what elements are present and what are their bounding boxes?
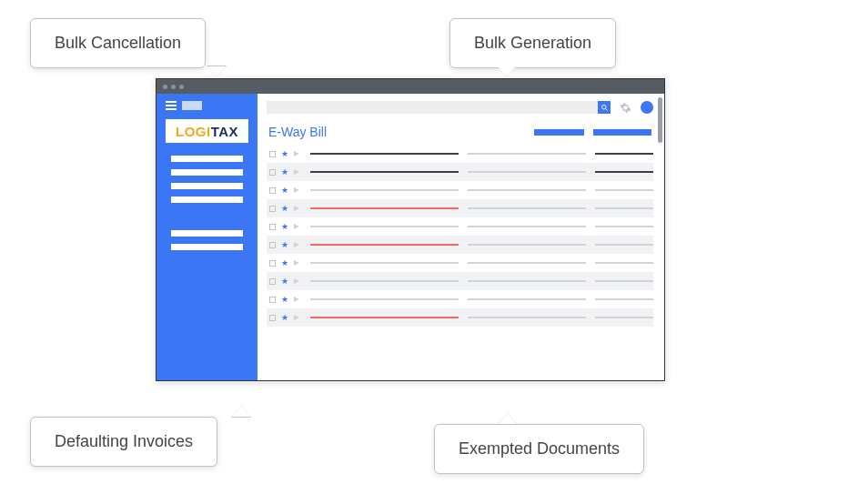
window-titlebar <box>156 79 664 94</box>
row-line-end <box>595 298 653 300</box>
row-line-main <box>310 207 459 209</box>
scrollbar-thumb[interactable] <box>658 97 662 143</box>
window-control-dot[interactable] <box>171 85 176 89</box>
row-checkbox[interactable] <box>269 224 276 230</box>
page-title: E-Way Bill <box>268 125 327 139</box>
svg-marker-4 <box>294 187 299 193</box>
arrow-icon <box>294 151 303 156</box>
svg-marker-8 <box>294 260 299 266</box>
row-checkbox[interactable] <box>269 260 276 267</box>
table-row[interactable]: ★ <box>267 199 653 217</box>
star-icon[interactable]: ★ <box>281 222 288 231</box>
star-icon[interactable]: ★ <box>281 204 288 213</box>
star-icon[interactable]: ★ <box>281 186 288 195</box>
row-line-sub <box>468 317 586 318</box>
row-checkbox[interactable] <box>269 206 276 212</box>
arrow-icon <box>294 224 303 229</box>
row-line-main <box>310 153 459 155</box>
table-row[interactable]: ★ <box>267 181 653 199</box>
callout-bulk-cancellation: Bulk Cancellation <box>30 18 206 68</box>
star-icon[interactable]: ★ <box>281 313 288 322</box>
sidebar-nav-item[interactable] <box>171 169 243 176</box>
row-line-main <box>310 262 459 264</box>
row-line-end <box>595 262 653 264</box>
main-content: E-Way Bill ★★★★★★★★★★ <box>257 94 664 380</box>
callout-bulk-generation: Bulk Generation <box>449 18 616 68</box>
callout-label: Exempted Documents <box>459 439 620 458</box>
row-checkbox[interactable] <box>269 169 276 176</box>
sidebar-nav-item[interactable] <box>171 156 243 162</box>
arrow-icon <box>294 187 303 193</box>
row-line-end <box>595 226 653 227</box>
row-checkbox[interactable] <box>269 151 276 157</box>
row-line-end <box>595 171 653 173</box>
app-window: LOGITAX <box>156 78 665 381</box>
star-icon[interactable]: ★ <box>281 295 288 304</box>
row-line-sub <box>468 189 586 191</box>
arrow-icon <box>294 315 303 320</box>
row-line-main <box>310 226 459 227</box>
row-line-end <box>595 317 653 318</box>
action-bar-1[interactable] <box>534 129 584 136</box>
avatar-icon[interactable] <box>641 101 653 114</box>
callout-label: Defaulting Invoices <box>55 432 193 450</box>
sidebar-nav-item[interactable] <box>171 183 243 189</box>
table-row[interactable]: ★ <box>267 290 653 308</box>
star-icon[interactable]: ★ <box>281 277 288 286</box>
row-line-main <box>310 317 459 318</box>
arrow-icon <box>294 169 303 175</box>
table-row[interactable]: ★ <box>267 145 653 163</box>
gear-icon[interactable] <box>620 102 631 114</box>
sidebar-nav-item[interactable] <box>171 197 243 203</box>
star-icon[interactable]: ★ <box>281 258 288 267</box>
star-icon[interactable]: ★ <box>281 167 288 176</box>
star-icon[interactable]: ★ <box>281 240 288 249</box>
callout-exempted-documents: Exempted Documents <box>434 424 644 474</box>
arrow-icon <box>294 206 303 211</box>
row-line-sub <box>468 171 586 173</box>
action-bar-2[interactable] <box>593 129 651 136</box>
sidebar-nav-item[interactable] <box>171 244 243 250</box>
row-line-sub <box>468 280 586 282</box>
row-line-main <box>310 298 459 300</box>
table-row[interactable]: ★ <box>267 217 653 236</box>
row-line-sub <box>468 298 586 300</box>
row-line-main <box>310 280 459 282</box>
row-line-end <box>595 153 653 155</box>
window-control-dot[interactable] <box>163 85 167 89</box>
table-row[interactable]: ★ <box>267 308 653 327</box>
svg-marker-7 <box>294 242 299 247</box>
window-control-dot[interactable] <box>179 85 184 89</box>
row-checkbox[interactable] <box>269 242 276 248</box>
table-row[interactable]: ★ <box>267 236 653 254</box>
callout-label: Bulk Cancellation <box>55 34 181 52</box>
row-line-end <box>595 280 653 282</box>
row-checkbox[interactable] <box>269 187 276 194</box>
sidebar-tag <box>182 101 202 110</box>
search-icon <box>601 104 609 112</box>
svg-point-0 <box>601 105 606 109</box>
row-line-sub <box>468 207 586 209</box>
row-line-sub <box>468 226 586 227</box>
row-line-main <box>310 244 459 246</box>
table-row[interactable]: ★ <box>267 254 653 272</box>
svg-marker-3 <box>294 169 299 175</box>
row-line-end <box>595 189 653 191</box>
sidebar-nav-item[interactable] <box>171 230 243 237</box>
table-row[interactable]: ★ <box>267 163 653 181</box>
row-checkbox[interactable] <box>269 297 276 303</box>
row-line-sub <box>468 153 586 155</box>
row-checkbox[interactable] <box>269 278 276 285</box>
svg-marker-2 <box>294 151 299 156</box>
search-input[interactable] <box>267 101 611 114</box>
svg-marker-6 <box>294 224 299 229</box>
table-row[interactable]: ★ <box>267 272 653 290</box>
row-checkbox[interactable] <box>269 315 276 321</box>
svg-marker-9 <box>294 278 299 284</box>
arrow-icon <box>294 242 303 247</box>
logo: LOGITAX <box>166 119 248 143</box>
search-button[interactable] <box>598 101 611 114</box>
hamburger-menu-icon[interactable] <box>166 101 177 110</box>
star-icon[interactable]: ★ <box>281 149 288 158</box>
svg-marker-10 <box>294 297 299 302</box>
